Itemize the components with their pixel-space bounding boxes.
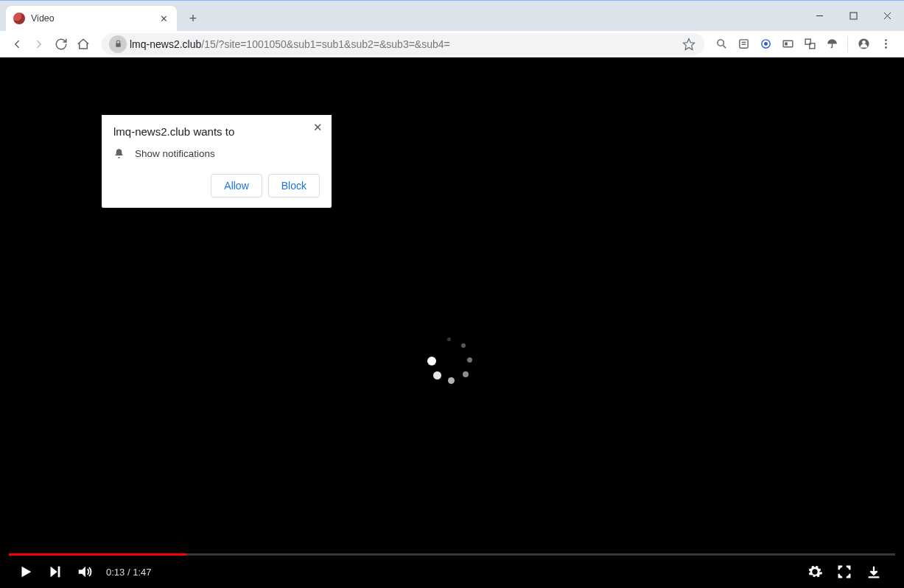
lock-icon [114, 40, 122, 48]
dialog-actions: Allow Block [113, 174, 320, 197]
back-button[interactable] [6, 33, 28, 55]
url-host: lmq-news2.club [130, 38, 201, 50]
extension-circle-icon[interactable] [756, 35, 775, 54]
volume-button[interactable] [72, 559, 97, 584]
favicon [13, 13, 25, 24]
tab-title: Video [31, 13, 158, 24]
menu-button[interactable] [876, 35, 895, 54]
svg-marker-21 [22, 567, 32, 578]
extension-news-icon[interactable] [734, 35, 753, 54]
profile-button[interactable] [854, 35, 873, 54]
extension-translate-icon[interactable] [800, 35, 819, 54]
svg-point-17 [862, 41, 866, 44]
browser-tab[interactable]: Video ✕ [6, 6, 177, 31]
play-button[interactable] [13, 559, 38, 584]
bookmark-button[interactable] [681, 38, 697, 51]
svg-marker-22 [51, 567, 57, 578]
zoom-icon[interactable] [712, 35, 731, 54]
video-time-display: 0:13 / 1:47 [106, 567, 151, 578]
new-tab-button[interactable]: + [183, 8, 203, 29]
video-controls: 0:13 / 1:47 [0, 556, 904, 588]
svg-point-20 [885, 46, 887, 49]
svg-rect-1 [850, 13, 857, 19]
fullscreen-button[interactable] [832, 559, 857, 584]
download-button[interactable] [861, 559, 886, 584]
close-tab-icon[interactable]: ✕ [158, 13, 169, 24]
forward-button[interactable] [28, 33, 50, 55]
extension-umbrella-icon[interactable] [822, 35, 841, 54]
site-info-button[interactable] [109, 35, 127, 53]
svg-marker-4 [684, 38, 695, 49]
permission-item-label: Show notifications [135, 148, 215, 159]
browser-toolbar: lmq-news2.club/15/?site=1001050&sub1=sub… [0, 31, 904, 57]
notification-permission-dialog: ✕ lmq-news2.club wants to Show notificat… [102, 115, 332, 208]
extension-card-icon[interactable] [778, 35, 797, 54]
video-elapsed: 0:13 [106, 567, 125, 578]
allow-button[interactable]: Allow [211, 174, 262, 197]
home-button[interactable] [72, 33, 94, 55]
video-duration: 1:47 [133, 567, 151, 578]
svg-line-6 [723, 46, 726, 49]
svg-rect-13 [785, 42, 788, 45]
bell-icon [113, 148, 125, 159]
svg-point-11 [764, 42, 768, 46]
window-minimize-button[interactable] [802, 4, 836, 27]
dialog-title: lmq-news2.club wants to [113, 125, 320, 138]
svg-rect-12 [783, 41, 793, 47]
svg-point-19 [885, 43, 887, 45]
block-button[interactable]: Block [268, 174, 320, 197]
window-maximize-button[interactable] [836, 4, 870, 27]
svg-rect-23 [58, 567, 60, 578]
toolbar-divider [847, 36, 848, 52]
window-close-button[interactable] [870, 4, 904, 27]
tab-strip: Video ✕ + [0, 0, 904, 31]
next-button[interactable] [43, 559, 68, 584]
permission-item: Show notifications [113, 148, 320, 159]
url-path: /15/?site=1001050&sub1=sub1&sub2=&sub3=&… [201, 38, 449, 50]
reload-button[interactable] [50, 33, 72, 55]
svg-marker-24 [79, 567, 85, 578]
dialog-close-button[interactable]: ✕ [311, 121, 324, 134]
svg-point-5 [717, 40, 723, 46]
address-bar[interactable]: lmq-news2.club/15/?site=1001050&sub1=sub… [102, 33, 704, 55]
window-controls [802, 0, 904, 31]
url-text: lmq-news2.club/15/?site=1001050&sub1=sub… [130, 38, 681, 50]
page-content: ✕ lmq-news2.club wants to Show notificat… [0, 57, 904, 588]
loading-spinner [427, 337, 474, 385]
settings-button[interactable] [802, 559, 827, 584]
svg-point-18 [885, 39, 887, 41]
extension-icons [709, 35, 898, 54]
